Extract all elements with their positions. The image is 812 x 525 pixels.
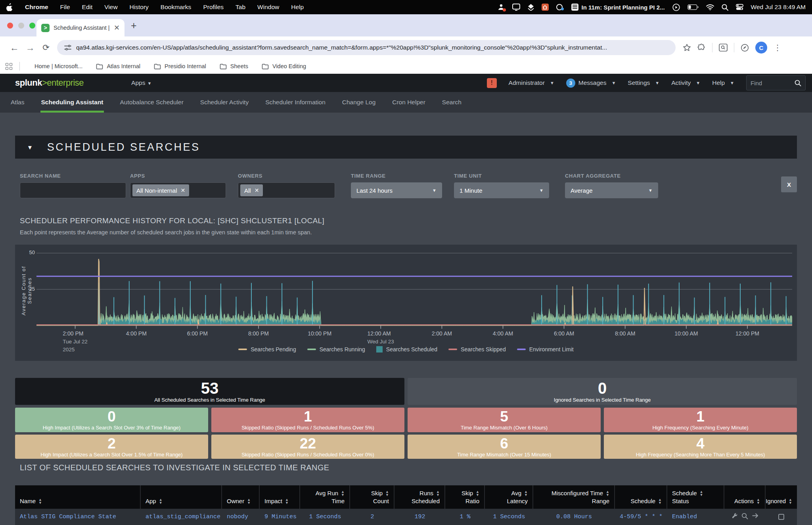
cell-name[interactable]: Atlas STIG Compliance State [15,509,141,525]
column-header-runs[interactable]: Runs▲▼Scheduled [395,485,445,509]
extensions-icon[interactable] [697,44,706,52]
chrome-menu-icon[interactable]: ⋮ [774,43,781,52]
sort-icon[interactable]: ▲▼ [606,490,609,496]
legend-item[interactable]: Searches Skipped [448,346,506,353]
apps-menu[interactable]: Apps▼ [131,79,151,86]
nav-tab-atlas[interactable]: Atlas [10,92,25,113]
column-header-misconfigured-time[interactable]: Misconfigured Time▲▼Range [533,485,615,509]
nav-tab-scheduling-assistant[interactable]: Scheduling Assistant [40,92,103,113]
sort-icon[interactable]: ▲▼ [159,498,163,504]
ignore-checkbox[interactable] [778,514,784,520]
spotlight-search-icon[interactable] [722,4,728,11]
tab-close-icon[interactable]: ✕ [114,24,120,31]
site-settings-icon[interactable] [64,44,71,51]
menubar-item-view[interactable]: View [104,4,117,11]
home-icon[interactable] [542,4,549,11]
administrator-menu[interactable]: Administrator▼ [509,79,554,86]
menubar-item-chrome[interactable]: Chrome [25,4,48,11]
teams-icon[interactable] [498,4,505,11]
search-name-input[interactable] [20,182,126,198]
inspect-icon[interactable] [741,513,748,525]
bookmark-folder[interactable]: Video Editing [258,63,310,69]
remove-tag-icon[interactable]: ✕ [255,187,259,194]
time-range-select[interactable]: Last 24 hours▼ [351,182,442,198]
sort-icon[interactable]: ▲▼ [341,490,345,496]
column-header-owner[interactable]: Owner▲▼ [222,485,260,509]
sort-icon[interactable]: ▲▼ [756,498,760,504]
column-header-avg-run[interactable]: Avg Run▲▼Time [300,485,350,509]
shortcuts-icon[interactable] [528,4,534,11]
sort-icon[interactable]: ▲▼ [285,498,289,504]
menubar-item-profiles[interactable]: Profiles [203,4,224,11]
column-header-skip[interactable]: Skip▲▼Count [350,485,395,509]
window-close-button[interactable] [7,23,13,29]
sort-icon[interactable]: ▲▼ [789,498,792,504]
side-panel-search-icon[interactable] [719,44,728,52]
menubar-item-bookmarks[interactable]: Bookmarks [161,4,192,11]
menubar-item-edit[interactable]: Edit [82,4,93,11]
open-search-icon[interactable] [752,513,759,525]
battery-icon[interactable] [688,4,699,10]
apps-filter-tag[interactable]: All Non-internal✕ [132,184,189,196]
bookmark-folder[interactable]: Sheets [216,63,252,69]
column-header-avg[interactable]: Avg▲▼Latency [485,485,533,509]
help-menu[interactable]: Help▼ [712,79,734,86]
nav-tab-search[interactable]: Search [442,92,462,113]
nav-tab-autobalance-scheduler[interactable]: Autobalance Scheduler [120,92,184,113]
time-unit-select[interactable]: 1 Minute▼ [454,182,549,198]
legend-item[interactable]: Searches Running [307,346,365,353]
column-header-ignored[interactable]: Ignored▲▼ [766,485,797,509]
table-row[interactable]: Atlas STIG Compliance Stateatlas_stig_co… [15,509,797,525]
legend-item[interactable]: Searches Pending [238,346,296,353]
find-input[interactable] [751,80,795,86]
nav-tab-change-log[interactable]: Change Log [342,92,376,113]
nav-tab-cron-helper[interactable]: Cron Helper [392,92,426,113]
collapse-triangle-icon[interactable]: ▼ [27,144,33,151]
nav-tab-scheduler-activity[interactable]: Scheduler Activity [200,92,249,113]
column-header-actions[interactable]: Actions▲▼ [724,485,766,509]
column-header-schedule[interactable]: Schedule▲▼Status [667,485,724,509]
column-header-schedule[interactable]: Schedule▲▼ [615,485,667,509]
column-header-app[interactable]: App▲▼ [141,485,222,509]
apps-filter-input[interactable]: All Non-internal✕ [130,182,226,198]
splunk-logo[interactable]: splunk>enterprise [15,78,84,88]
sort-icon[interactable]: ▲▼ [700,490,703,496]
find-box[interactable] [746,75,806,90]
extension-leaf-icon[interactable] [741,44,749,52]
display-icon[interactable] [512,4,520,11]
nav-tab-scheduler-information[interactable]: Scheduler Information [265,92,326,113]
menubar-item-help[interactable]: Help [291,4,304,11]
sort-icon[interactable]: ▲▼ [38,498,42,504]
sort-icon[interactable]: ▲▼ [385,490,389,496]
browser-tab[interactable]: > Scheduling Assistant | Splunk ✕ [36,19,124,36]
column-header-impact[interactable]: Impact▲▼ [260,485,300,509]
find-search-icon[interactable] [795,80,801,86]
sort-icon[interactable]: ▲▼ [524,490,528,496]
window-minimize-button[interactable] [18,23,24,29]
menubar-item-history[interactable]: History [130,4,149,11]
window-zoom-button[interactable] [29,23,35,29]
apple-icon[interactable] [6,3,13,11]
clear-filters-button[interactable]: X [781,176,797,192]
forward-button[interactable]: → [22,42,38,53]
activity-menu[interactable]: Activity▼ [671,79,700,86]
control-center-icon[interactable] [736,4,743,10]
wrench-icon[interactable] [731,513,738,525]
wifi-icon[interactable] [706,4,714,10]
settings-menu[interactable]: Settings▼ [628,79,659,86]
reload-button[interactable]: ⟳ [38,43,54,52]
remove-tag-icon[interactable]: ✕ [181,187,186,194]
play-circle-icon[interactable] [672,4,680,11]
new-tab-button[interactable]: + [131,21,137,30]
menubar-item-window[interactable]: Window [257,4,279,11]
chart-aggregate-select[interactable]: Average▼ [565,182,658,198]
apps-grid-icon[interactable] [6,63,12,70]
profile-avatar[interactable]: C [755,42,767,54]
omnibox[interactable]: qa94.atlas.kgi-services.com/en-US/app/at… [57,40,676,55]
sync-icon[interactable] [556,4,564,11]
legend-item[interactable]: Environment Limit [517,346,574,353]
messages-menu[interactable]: 3Messages▼ [566,79,616,88]
column-header-name[interactable]: Name▲▼ [15,485,141,509]
bookmark-star-icon[interactable] [683,44,691,52]
menubar-item-tab[interactable]: Tab [236,4,245,11]
